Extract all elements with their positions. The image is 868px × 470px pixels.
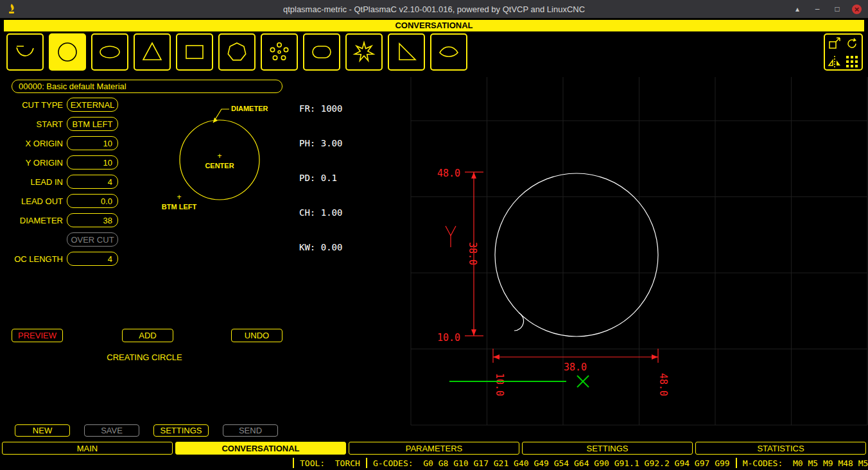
readout-kerf-width: KW: 0.00 xyxy=(299,241,342,253)
shape-gusset-button[interactable] xyxy=(388,33,425,71)
bolt-circle-icon xyxy=(266,39,292,65)
x-origin-input[interactable] xyxy=(67,136,118,150)
dim-left-height: 48.0 xyxy=(437,168,460,179)
x-origin-label: X ORIGIN xyxy=(0,139,63,149)
grid-lines xyxy=(411,77,867,425)
tab-statistics[interactable]: STATISTICS xyxy=(695,442,866,455)
shape-circle-button[interactable] xyxy=(49,33,86,71)
qtplasmac-window: qtplasmac-metric - QtPlasmaC v2.10-001.0… xyxy=(0,0,868,470)
shape-triangle-button[interactable] xyxy=(134,33,171,71)
diagram-center-label: CENTER xyxy=(205,162,234,170)
preview-plot: 48.0 10.0 38.0 38.0 10.0 48.0 xyxy=(292,74,868,439)
sector-icon xyxy=(436,39,462,65)
send-button[interactable]: SEND xyxy=(223,424,278,437)
mcodes-value: M0 M5 M9 M48 M52 M53 xyxy=(793,458,868,468)
cut-parameters-readout: FR: 1000 PH: 3.00 PD: 0.1 CH: 1.00 KW: 0… xyxy=(299,80,342,276)
window-title: qtplasmac-metric - QtPlasmaC v2.10-001.0… xyxy=(0,4,868,14)
readout-cut-height: CH: 1.00 xyxy=(299,207,342,218)
lead-in-input[interactable] xyxy=(67,175,118,189)
dim-left-origin: 10.0 xyxy=(437,332,460,344)
gusset-icon xyxy=(394,39,419,65)
gcodes-value: G0 G8 G10 G17 G21 G40 G49 G54 G64 G90 G9… xyxy=(423,458,729,468)
statusbar-separator xyxy=(736,458,737,468)
tab-conversational[interactable]: CONVERSATIONAL xyxy=(175,442,346,455)
lead-in-label: LEAD IN xyxy=(0,177,63,187)
gcodes-label: G-CODES: xyxy=(373,458,413,468)
rotate-icon[interactable] xyxy=(844,36,860,54)
diagram-center-cross: + xyxy=(217,152,221,161)
shape-rectangle-button[interactable] xyxy=(176,33,213,71)
dim-circle-dia-vertical: 38.0 xyxy=(467,242,478,265)
mirror-icon[interactable] xyxy=(827,54,842,72)
dim-bottom-origin: 10.0 xyxy=(494,373,505,396)
window-controls: ▴ – □ × xyxy=(792,0,862,18)
shape-line-arc-button[interactable] xyxy=(6,33,44,71)
ellipse-icon xyxy=(97,39,123,65)
diameter-input[interactable] xyxy=(67,213,118,227)
shape-bolt-circle-button[interactable] xyxy=(261,33,298,71)
shade-window-icon[interactable]: ▴ xyxy=(792,4,803,14)
transform-tools-box xyxy=(824,33,863,71)
restore-window-icon[interactable]: □ xyxy=(832,4,842,14)
start-label: START xyxy=(0,119,63,130)
preview-plot-area[interactable]: 48.0 10.0 38.0 38.0 10.0 48.0 FR: 1000 P… xyxy=(292,74,868,439)
diagram-btmleft-label: BTM LEFT xyxy=(162,203,197,211)
tab-main[interactable]: MAIN xyxy=(2,442,173,455)
diagram-diameter-label: DIAMETER xyxy=(231,105,268,112)
start-position-button[interactable]: BTM LEFT xyxy=(67,117,118,131)
titlebar: qtplasmac-metric - QtPlasmaC v2.10-001.0… xyxy=(0,0,868,18)
add-button[interactable]: ADD xyxy=(122,329,173,342)
mcodes-label: M-CODES: xyxy=(743,458,783,468)
circle-help-diagram: DIAMETER + CENTER + BTM LEFT xyxy=(132,96,289,218)
dim-bottom-extent: 48.0 xyxy=(657,373,669,396)
dimension-lines xyxy=(446,172,658,363)
cut-type-label: CUT TYPE xyxy=(0,100,63,110)
y-origin-input[interactable] xyxy=(67,155,118,170)
array-icon[interactable] xyxy=(844,54,860,72)
cut-path-circle xyxy=(495,173,658,336)
settings-button[interactable]: SETTINGS xyxy=(153,424,209,437)
preview-button[interactable]: PREVIEW xyxy=(12,329,63,342)
close-window-icon[interactable]: × xyxy=(852,4,862,14)
dim-circle-dia-horizontal: 38.0 xyxy=(564,361,587,373)
conversational-banner: CONVERSATIONAL xyxy=(4,20,864,31)
statusbar-separator xyxy=(293,458,294,468)
minimize-window-icon[interactable]: – xyxy=(812,4,822,14)
lead-out-input[interactable] xyxy=(67,194,118,208)
new-button[interactable]: NEW xyxy=(15,424,70,437)
rectangle-icon xyxy=(182,39,207,65)
app-icon xyxy=(6,3,17,15)
tool-label: TOOL: xyxy=(300,458,325,468)
star-icon xyxy=(351,39,377,65)
cut-type-button[interactable]: EXTERNAL xyxy=(67,98,118,112)
y-origin-label: Y ORIGIN xyxy=(0,158,63,168)
diagram-btmleft-cross: + xyxy=(177,193,181,202)
tab-parameters[interactable]: PARAMETERS xyxy=(349,442,519,455)
shape-polygon-button[interactable] xyxy=(218,33,256,71)
scale-icon[interactable] xyxy=(827,36,842,54)
oc-length-label: OC LENGTH xyxy=(0,254,63,265)
statusbar: TOOL: TORCH G-CODES: G0 G8 G10 G17 G21 G… xyxy=(0,456,868,470)
axis-and-origin-marker xyxy=(449,376,589,387)
diameter-label: DIAMETER xyxy=(0,216,63,226)
triangle-icon xyxy=(139,39,165,65)
undo-button[interactable]: UNDO xyxy=(231,329,282,342)
shape-sector-button[interactable] xyxy=(430,33,467,71)
tab-settings[interactable]: SETTINGS xyxy=(522,442,693,455)
main-tab-bar: MAIN CONVERSATIONAL PARAMETERS SETTINGS … xyxy=(2,442,866,455)
oc-length-input[interactable] xyxy=(67,252,118,266)
circle-icon xyxy=(55,39,80,65)
shape-ellipse-button[interactable] xyxy=(91,33,128,71)
tool-value: TORCH xyxy=(335,458,360,468)
over-cut-button[interactable]: OVER CUT xyxy=(67,232,118,247)
statusbar-separator xyxy=(366,458,367,468)
line-arc-icon xyxy=(12,39,38,65)
shape-star-button[interactable] xyxy=(345,33,383,71)
shape-slot-button[interactable] xyxy=(303,33,340,71)
readout-feed-rate: FR: 1000 xyxy=(299,103,342,114)
save-button[interactable]: SAVE xyxy=(84,424,139,437)
material-combobox[interactable]: 00000: Basic default Material xyxy=(12,80,282,93)
polygon-icon xyxy=(224,39,250,65)
slot-icon xyxy=(309,39,334,65)
readout-pierce-delay: PD: 0.1 xyxy=(299,172,342,184)
